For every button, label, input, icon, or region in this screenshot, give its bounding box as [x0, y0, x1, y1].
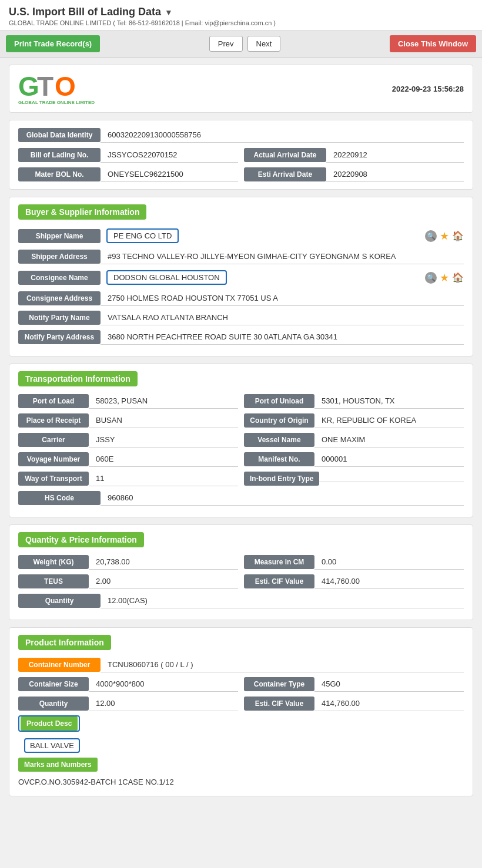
manifest-col: Manifest No. 000001 — [244, 452, 464, 467]
notify-party-address-value: 3680 NORTH PEACHTREE ROAD SUITE 30 0ATLA… — [101, 329, 464, 345]
vessel-name-label: Vessel Name — [244, 433, 314, 447]
in-bond-col: In-bond Entry Type — [244, 471, 464, 486]
transportation-header: Transportation Information — [18, 371, 138, 386]
global-data-row: Global Data Identity 6003202209130000558… — [18, 127, 464, 143]
way-inbond-row: Way of Transport 11 In-bond Entry Type — [18, 471, 464, 486]
print-button[interactable]: Print Trade Record(s) — [6, 35, 100, 52]
product-desc-value: BALL VALVE — [24, 738, 80, 753]
transportation-card: Transportation Information Port of Load … — [9, 364, 473, 517]
port-load-unload-row: Port of Load 58023, PUSAN Port of Unload… — [18, 393, 464, 409]
notify-party-name-label: Notify Party Name — [18, 311, 101, 325]
product-card: Product Information Container Number TCN… — [9, 627, 473, 796]
product-esti-cif-value: 414,760.00 — [314, 696, 464, 711]
measure-col: Measure in CM 0.00 — [244, 554, 464, 570]
way-transport-col: Way of Transport 11 — [18, 471, 238, 486]
container-size-label: Container Size — [18, 677, 89, 691]
actual-arrival-row: Actual Arrival Date 20220912 — [244, 147, 464, 163]
svg-text:GLOBAL TRADE ONLINE LIMITED: GLOBAL TRADE ONLINE LIMITED — [18, 100, 95, 105]
page-title: U.S. Import Bill of Lading Data ▼ — [9, 6, 473, 18]
hs-code-label: HS Code — [18, 491, 101, 505]
shipper-name-value: PE ENG CO LTD — [106, 228, 179, 243]
receipt-origin-row: Place of Receipt BUSAN Country of Origin… — [18, 413, 464, 428]
weight-measure-row: Weight (KG) 20,738.00 Measure in CM 0.00 — [18, 554, 464, 570]
consignee-name-row: Consignee Name DODSON GLOBAL HOUSTON 🔍 ★… — [18, 268, 464, 287]
port-of-load-label: Port of Load — [18, 394, 89, 408]
logo-row: G T O GLOBAL TRADE ONLINE LIMITED 2022-0… — [9, 65, 473, 113]
buyer-supplier-header: Buyer & Supplier Information — [18, 204, 146, 220]
master-bol-left: Mater BOL No. ONEYSELC96221500 — [18, 167, 238, 182]
product-desc-row: Product Desc — [18, 715, 464, 732]
actual-arrival-value: 20220912 — [326, 147, 464, 163]
shipper-icons: 🔍 ★ 🏠 — [425, 230, 464, 243]
country-of-origin-label: Country of Origin — [244, 413, 314, 428]
notify-party-address-label: Notify Party Address — [18, 330, 101, 344]
svg-text:T: T — [37, 71, 53, 102]
global-data-label: Global Data Identity — [18, 128, 101, 142]
shipper-address-row: Shipper Address #93 TECHNO VALLEY-RO JIL… — [18, 249, 464, 264]
container-size-col: Container Size 4000*900*800 — [18, 677, 238, 692]
star-icon[interactable]: ★ — [440, 230, 449, 243]
bol-label: Bill of Lading No. — [18, 148, 101, 162]
shipper-address-value: #93 TECHNO VALLEY-RO JILLYE-MYEON GIMHAE… — [101, 249, 464, 264]
manifest-no-value: 000001 — [314, 452, 464, 467]
consignee-address-label: Consignee Address — [18, 291, 101, 305]
notify-party-name-value: VATSALA RAO ATLANTA BRANCH — [101, 310, 464, 325]
country-of-origin-value: KR, REPUBLIC OF KOREA — [314, 413, 464, 428]
dropdown-arrow-icon[interactable]: ▼ — [165, 8, 173, 17]
search-icon[interactable]: 🔍 — [425, 230, 437, 242]
in-bond-entry-value — [319, 476, 464, 482]
voyage-manifest-row: Voyage Number 060E Manifest No. 000001 — [18, 452, 464, 467]
product-quantity-label: Quantity — [18, 697, 89, 711]
container-number-value: TCNU8060716 ( 00 / L / ) — [101, 657, 464, 672]
esti-cif-col: Esti. CIF Value 414,760.00 — [244, 574, 464, 589]
consignee-search-icon[interactable]: 🔍 — [425, 272, 437, 284]
way-of-transport-label: Way of Transport — [18, 472, 89, 486]
product-desc-border: Product Desc — [18, 715, 80, 732]
manifest-no-label: Manifest No. — [244, 452, 314, 466]
product-qty-col: Quantity 12.00 — [18, 696, 238, 711]
vessel-col: Vessel Name ONE MAXIM — [244, 432, 464, 448]
weight-kg-label: Weight (KG) — [18, 555, 89, 569]
quantity-row: Quantity 12.00(CAS) — [18, 593, 464, 608]
svg-text:O: O — [55, 71, 76, 102]
way-of-transport-value: 11 — [89, 471, 238, 486]
quantity-price-header: Quantity & Price Information — [18, 532, 144, 547]
carrier-col: Carrier JSSY — [18, 432, 238, 448]
consignee-star-icon[interactable]: ★ — [440, 271, 449, 284]
top-bar: U.S. Import Bill of Lading Data ▼ GLOBAL… — [0, 0, 482, 31]
master-bol-value: ONEYSELC96221500 — [101, 167, 238, 182]
hs-code-row: HS Code 960860 — [18, 490, 464, 506]
carrier-label: Carrier — [18, 433, 89, 447]
home-icon[interactable]: 🏠 — [452, 230, 464, 241]
place-of-receipt-value: BUSAN — [89, 413, 238, 428]
voyage-number-label: Voyage Number — [18, 452, 89, 466]
teus-label: TEUS — [18, 574, 89, 588]
container-number-label: Container Number — [18, 658, 101, 672]
logo-date: 2022-09-23 15:56:28 — [392, 85, 464, 93]
master-bol-label: Mater BOL No. — [18, 167, 101, 181]
close-button[interactable]: Close This Window — [390, 35, 476, 52]
prev-button[interactable]: Prev — [209, 36, 243, 52]
teus-cif-row: TEUS 2.00 Esti. CIF Value 414,760.00 — [18, 574, 464, 589]
consignee-address-value: 2750 HOLMES ROAD HOUSTON TX 77051 US A — [101, 291, 464, 306]
product-esti-cif-label: Esti. CIF Value — [244, 697, 314, 711]
weight-col: Weight (KG) 20,738.00 — [18, 554, 238, 570]
toolbar: Print Trade Record(s) Prev Next Close Th… — [0, 31, 482, 58]
consignee-home-icon[interactable]: 🏠 — [452, 272, 464, 283]
bol-value: JSSYCOS22070152 — [101, 147, 238, 163]
product-qty-cif-row: Quantity 12.00 Esti. CIF Value 414,760.0… — [18, 696, 464, 711]
bol-left: Bill of Lading No. JSSYCOS22070152 — [18, 147, 238, 163]
product-quantity-value: 12.00 — [89, 696, 238, 711]
container-type-label: Container Type — [244, 677, 314, 691]
next-button[interactable]: Next — [247, 36, 281, 52]
container-number-row: Container Number TCNU8060716 ( 00 / L / … — [18, 657, 464, 672]
consignee-address-row: Consignee Address 2750 HOLMES ROAD HOUST… — [18, 291, 464, 306]
global-data-value: 600320220913000055875​6 — [101, 127, 464, 143]
vessel-name-value: ONE MAXIM — [314, 432, 464, 448]
bol-row: Bill of Lading No. JSSYCOS22070152 Actua… — [18, 147, 464, 163]
container-size-value: 4000*900*800 — [89, 677, 238, 692]
voyage-col: Voyage Number 060E — [18, 452, 238, 467]
buyer-supplier-card: Buyer & Supplier Information Shipper Nam… — [9, 197, 473, 356]
teus-col: TEUS 2.00 — [18, 574, 238, 589]
place-receipt-col: Place of Receipt BUSAN — [18, 413, 238, 428]
